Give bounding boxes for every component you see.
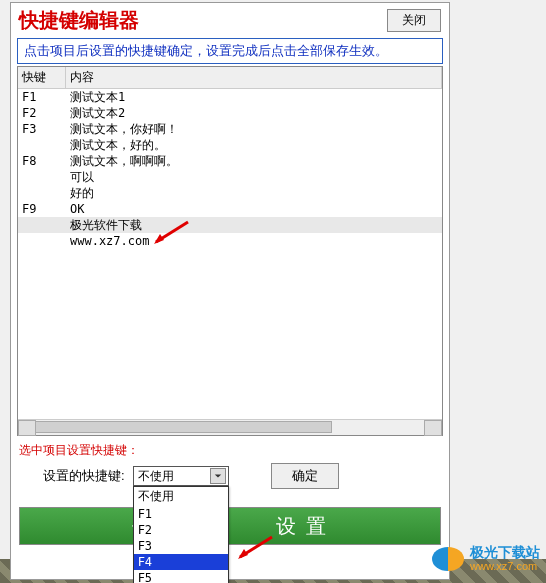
watermark-url: www.xz7.com [470,559,540,573]
hotkey-dropdown-display[interactable]: 不使用 [133,466,229,486]
column-header-hotkey[interactable]: 快键 [18,67,66,88]
cell-content: 可以 [66,169,442,185]
watermark-logo-icon [432,547,464,571]
cell-hotkey: F2 [18,105,66,121]
table-body: F1测试文本1F2测试文本2F3测试文本，你好啊！测试文本，好的。F8测试文本，… [18,89,442,249]
hotkey-dropdown-value: 不使用 [138,468,174,485]
hotkey-dropdown-option[interactable]: F2 [134,522,228,538]
hotkey-dropdown[interactable]: 不使用 不使用F1F2F3F4F5F6 [133,466,229,486]
table-header: 快键 内容 [18,67,442,89]
cell-hotkey: F3 [18,121,66,137]
watermark: 极光下载站 www.xz7.com [432,545,540,573]
hotkey-dropdown-list: 不使用F1F2F3F4F5F6 [133,486,229,583]
hotkey-section-label: 选中项目设置快捷键： [19,442,441,459]
cell-hotkey [18,233,66,249]
table-row[interactable]: F9OK [18,201,442,217]
hotkey-dropdown-option[interactable]: F1 [134,506,228,522]
table-row[interactable]: F1测试文本1 [18,89,442,105]
table-row[interactable]: 可以 [18,169,442,185]
cell-hotkey [18,137,66,153]
hotkey-dropdown-option[interactable]: F5 [134,570,228,583]
window-title: 快捷键编辑器 [19,7,139,34]
table-row[interactable]: F8测试文本，啊啊啊。 [18,153,442,169]
cell-content: 测试文本1 [66,89,442,105]
hotkey-field-label: 设置的快捷键: [19,467,125,485]
cell-hotkey [18,169,66,185]
save-label-right: 设 置 [276,513,328,540]
cell-content: 测试文本，好的。 [66,137,442,153]
close-button[interactable]: 关闭 [387,9,441,32]
hotkey-dropdown-option[interactable]: 不使用 [134,487,228,506]
cell-hotkey: F8 [18,153,66,169]
cell-content: OK [66,201,442,217]
table-row[interactable]: F2测试文本2 [18,105,442,121]
cell-hotkey [18,217,66,233]
hotkey-dropdown-option[interactable]: F3 [134,538,228,554]
hotkey-table: 快键 内容 F1测试文本1F2测试文本2F3测试文本，你好啊！测试文本，好的。F… [17,66,443,436]
hotkey-editor-window: 快捷键编辑器 关闭 点击项目后设置的快捷键确定，设置完成后点击全部保存生效。 快… [10,2,450,580]
chevron-down-icon [210,468,226,484]
table-row[interactable]: www.xz7.com [18,233,442,249]
cell-hotkey: F1 [18,89,66,105]
column-header-content[interactable]: 内容 [66,67,442,88]
table-row[interactable]: 测试文本，好的。 [18,137,442,153]
cell-hotkey [18,185,66,201]
save-settings-button[interactable]: 保 存 设 置 [19,507,441,545]
table-row[interactable]: F3测试文本，你好啊！ [18,121,442,137]
table-row[interactable]: 极光软件下载 [18,217,442,233]
cell-hotkey: F9 [18,201,66,217]
cell-content: 测试文本，啊啊啊。 [66,153,442,169]
cell-content: 测试文本，你好啊！ [66,121,442,137]
horizontal-scrollbar[interactable] [18,419,442,435]
cell-content: 测试文本2 [66,105,442,121]
watermark-name: 极光下载站 [470,545,540,559]
table-row[interactable]: 好的 [18,185,442,201]
cell-content: 好的 [66,185,442,201]
cell-content: 极光软件下载 [66,217,442,233]
titlebar: 快捷键编辑器 关闭 [11,3,449,36]
confirm-button[interactable]: 确定 [271,463,339,489]
instruction-bar: 点击项目后设置的快捷键确定，设置完成后点击全部保存生效。 [17,38,443,64]
hotkey-dropdown-option[interactable]: F4 [134,554,228,570]
cell-content: www.xz7.com [66,233,442,249]
hotkey-assign-row: 设置的快捷键: 不使用 不使用F1F2F3F4F5F6 确定 [19,463,441,489]
